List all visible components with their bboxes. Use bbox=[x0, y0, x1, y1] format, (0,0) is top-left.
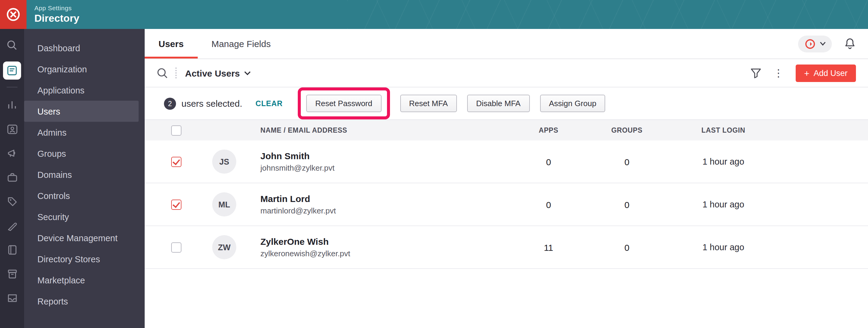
briefcase-icon[interactable] bbox=[4, 170, 20, 185]
sidebar-item-label: Groups bbox=[37, 149, 66, 158]
avatar: ML bbox=[212, 192, 236, 216]
user-view-dropdown[interactable]: Active Users bbox=[185, 68, 251, 78]
sidebar-item-applications[interactable]: Applications bbox=[24, 80, 138, 101]
table-row[interactable]: ZW ZylkerOne Wish zylkeronewish@zylker.p… bbox=[145, 226, 868, 269]
disable-mfa-button[interactable]: Disable MFA bbox=[467, 95, 530, 112]
page-title: Directory bbox=[34, 13, 79, 25]
chevron-down-icon bbox=[244, 71, 251, 75]
sidebar-item-controls[interactable]: Controls bbox=[24, 185, 138, 206]
user-email: martinlord@zylker.pvt bbox=[260, 206, 513, 215]
announcement-icon[interactable] bbox=[4, 145, 20, 161]
apps-count: 0 bbox=[513, 156, 585, 167]
book-icon[interactable] bbox=[4, 242, 20, 258]
user-name: ZylkerOne Wish bbox=[260, 236, 513, 247]
filter-funnel-icon[interactable] bbox=[750, 68, 761, 78]
logo-circle-x-icon bbox=[5, 7, 21, 22]
sidebar-item-device-management[interactable]: Device Management bbox=[24, 227, 138, 248]
plus-icon: + bbox=[804, 68, 809, 78]
sidebar-item-organization[interactable]: Organization bbox=[24, 58, 138, 80]
sidebar-item-label: Dashboard bbox=[37, 43, 80, 53]
contacts-icon[interactable] bbox=[4, 121, 20, 137]
toolbar-divider bbox=[176, 67, 177, 79]
last-login: 1 hour ago bbox=[669, 242, 778, 252]
topbar-titles: App Settings Directory bbox=[34, 4, 79, 25]
groups-count: 0 bbox=[585, 156, 669, 167]
column-header-groups: GROUPS bbox=[585, 127, 669, 134]
chevron-down-icon bbox=[820, 41, 826, 46]
apps-count: 0 bbox=[513, 199, 585, 210]
row-checkbox[interactable] bbox=[171, 199, 181, 210]
sidebar-item-label: Security bbox=[37, 212, 69, 221]
search-users-icon[interactable] bbox=[157, 67, 168, 79]
row-checkbox[interactable] bbox=[171, 156, 181, 167]
assign-group-button[interactable]: Assign Group bbox=[540, 95, 606, 112]
sidebar-item-label: Domains bbox=[37, 170, 72, 179]
sidebar-nav: Dashboard Organization Applications User… bbox=[24, 29, 145, 328]
sidebar-item-admins[interactable]: Admins bbox=[24, 122, 138, 143]
inbox-tray-icon[interactable] bbox=[4, 290, 20, 306]
directory-app-window: App Settings Directory bbox=[0, 0, 868, 328]
selected-count-badge: 2 bbox=[164, 97, 176, 110]
sidebar-item-groups[interactable]: Groups bbox=[24, 143, 138, 164]
app-settings-label: App Settings bbox=[34, 4, 79, 11]
sidebar-item-dashboard[interactable]: Dashboard bbox=[24, 37, 138, 58]
sidebar-item-label: Controls bbox=[37, 191, 70, 201]
select-all-checkbox[interactable] bbox=[171, 125, 181, 136]
more-options-kebab-icon[interactable]: ⋮ bbox=[772, 68, 785, 78]
table-header-row: NAME / EMAIL ADDRESS APPS GROUPS LAST LO… bbox=[145, 120, 868, 141]
column-header-name: NAME / EMAIL ADDRESS bbox=[260, 127, 513, 134]
top-bar: App Settings Directory bbox=[0, 0, 868, 29]
account-switcher[interactable] bbox=[798, 35, 832, 52]
user-name: John Smith bbox=[260, 151, 513, 161]
tab-users-label: Users bbox=[158, 38, 184, 49]
last-login: 1 hour ago bbox=[669, 200, 778, 209]
clear-selection-link[interactable]: CLEAR bbox=[255, 99, 283, 108]
sidebar-item-reports[interactable]: Reports bbox=[24, 291, 138, 312]
archive-box-icon[interactable] bbox=[4, 266, 20, 281]
sidebar-item-label: Reports bbox=[37, 296, 68, 306]
tab-manage-fields[interactable]: Manage Fields bbox=[197, 29, 284, 58]
analytics-icon[interactable] bbox=[4, 97, 20, 113]
table-row[interactable]: JS John Smith johnsmith@zylker.pvt 0 0 1… bbox=[145, 141, 868, 183]
last-login: 1 hour ago bbox=[669, 157, 778, 167]
sidebar-item-label: Device Management bbox=[37, 233, 118, 243]
sidebar-item-label: Applications bbox=[37, 85, 84, 95]
search-icon[interactable] bbox=[4, 37, 20, 53]
zylker-directory-logo[interactable] bbox=[0, 0, 27, 29]
table-row[interactable]: ML Martin Lord martinlord@zylker.pvt 0 0… bbox=[145, 183, 868, 226]
selection-action-bar: 2 users selected. CLEAR Reset Password R… bbox=[145, 87, 868, 120]
sidebar-item-users[interactable]: Users bbox=[24, 101, 138, 122]
rail-divider bbox=[7, 87, 18, 87]
selected-count-label: users selected. bbox=[181, 98, 242, 109]
avatar: JS bbox=[212, 150, 236, 174]
sidebar-item-domains[interactable]: Domains bbox=[24, 164, 138, 185]
sidebar-item-label: Users bbox=[37, 107, 60, 116]
add-user-button[interactable]: + Add User bbox=[796, 64, 856, 82]
reset-mfa-button[interactable]: Reset MFA bbox=[400, 95, 457, 112]
tab-users[interactable]: Users bbox=[145, 29, 197, 58]
groups-count: 0 bbox=[585, 242, 669, 252]
user-name: Martin Lord bbox=[260, 193, 513, 204]
sidebar-item-label: Directory Stores bbox=[37, 254, 100, 264]
notifications-bell-icon[interactable] bbox=[844, 37, 856, 50]
sidebar-item-label: Organization bbox=[37, 64, 87, 74]
reset-password-button[interactable]: Reset Password bbox=[306, 95, 381, 112]
users-table: NAME / EMAIL ADDRESS APPS GROUPS LAST LO… bbox=[145, 120, 868, 269]
design-pen-icon[interactable] bbox=[4, 218, 20, 233]
sidebar-item-directory-stores[interactable]: Directory Stores bbox=[24, 248, 138, 270]
row-checkbox[interactable] bbox=[171, 242, 181, 252]
tab-manage-fields-label: Manage Fields bbox=[211, 38, 271, 49]
user-view-dropdown-label: Active Users bbox=[185, 68, 240, 78]
sidebar-item-label: Admins bbox=[37, 127, 67, 137]
column-header-apps: APPS bbox=[513, 127, 585, 134]
sidebar-item-security[interactable]: Security bbox=[24, 206, 138, 227]
apps-count: 11 bbox=[513, 242, 585, 252]
avatar: ZW bbox=[212, 235, 236, 259]
column-header-last-login: LAST LOGIN bbox=[669, 127, 778, 134]
tabs-bar: Users Manage Fields bbox=[145, 29, 868, 59]
user-email: zylkeronewish@zylker.pvt bbox=[260, 249, 513, 258]
directory-app-icon[interactable] bbox=[3, 61, 21, 80]
user-email: johnsmith@zylker.pvt bbox=[260, 163, 513, 173]
sidebar-item-marketplace[interactable]: Marketplace bbox=[24, 270, 138, 291]
tag-icon[interactable] bbox=[4, 193, 20, 209]
